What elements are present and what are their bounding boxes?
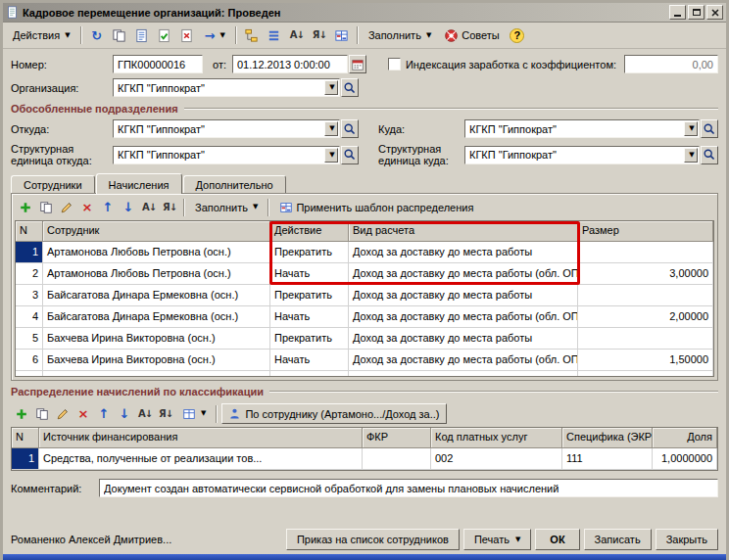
cell-calc-type[interactable]: Доход за доставку до места работы bbox=[349, 242, 578, 263]
table-row[interactable]: 3 Байсагатова Динара Ермековна (осн.) Пр… bbox=[16, 285, 713, 306]
copy-row-button[interactable] bbox=[36, 198, 56, 217]
tab-employees[interactable]: Сотрудники bbox=[11, 175, 95, 193]
unit-from-dropdown-button[interactable]: ▼ bbox=[324, 148, 338, 163]
actions-menu-button[interactable]: Действия ▼ bbox=[7, 24, 76, 46]
cell-amount[interactable] bbox=[578, 285, 713, 306]
sort-descending-button[interactable]: Я↓ bbox=[309, 24, 330, 46]
move-down-button[interactable]: ↓ bbox=[115, 404, 134, 424]
unpost-document-button[interactable] bbox=[176, 24, 198, 46]
tips-button[interactable]: Советы bbox=[438, 24, 505, 46]
unit-to-dropdown-button[interactable]: ▼ bbox=[684, 148, 698, 163]
list-settings-button[interactable] bbox=[264, 24, 285, 46]
cell-calc-type[interactable]: Доход за доставку до места работы (обл. … bbox=[349, 350, 578, 371]
cell-action[interactable]: Прекратить bbox=[270, 328, 349, 350]
help-button[interactable]: ? bbox=[507, 24, 528, 46]
by-employee-toggle-button[interactable]: По сотруднику (Артамоно.../Доход за..) bbox=[221, 403, 446, 424]
sort-ascending-button[interactable]: А↓ bbox=[139, 198, 159, 217]
move-up-button[interactable]: ↑ bbox=[94, 404, 114, 424]
move-down-button[interactable]: ↓ bbox=[119, 198, 138, 217]
cell-amount[interactable] bbox=[578, 328, 713, 350]
unit-to-lookup-button[interactable] bbox=[701, 146, 718, 164]
cell-n[interactable]: 6 bbox=[16, 350, 43, 371]
cell-n[interactable]: 1 bbox=[16, 242, 43, 263]
reread-button[interactable]: ↻ bbox=[86, 24, 108, 46]
from-lookup-button[interactable] bbox=[341, 119, 359, 138]
cell-calc-type[interactable]: Доход за доставку до места работы bbox=[349, 285, 578, 306]
delete-row-button[interactable]: × bbox=[77, 198, 97, 217]
go-to-menu-button[interactable]: → ▼ bbox=[199, 24, 231, 46]
cell-employee[interactable]: Бахчева Ирина Викторовна (осн.) bbox=[43, 328, 270, 350]
from-dropdown-button[interactable]: ▼ bbox=[324, 121, 338, 136]
sort-descending-button[interactable]: Я↓ bbox=[160, 198, 179, 217]
indexation-checkbox[interactable] bbox=[388, 58, 401, 70]
fill-menu-button[interactable]: Заполнить ▼ bbox=[363, 24, 437, 46]
cell-action[interactable]: Прекратить bbox=[270, 242, 349, 263]
close-button[interactable] bbox=[706, 5, 723, 20]
apply-template-button[interactable]: Применить шаблон распределения bbox=[273, 197, 479, 218]
organization-dropdown-button[interactable]: ▼ bbox=[324, 80, 338, 95]
cell-fkr[interactable] bbox=[363, 448, 431, 470]
cell-action[interactable]: Начать bbox=[270, 306, 349, 328]
subordination-structure-button[interactable] bbox=[241, 24, 263, 46]
copy-row-button[interactable] bbox=[32, 404, 52, 424]
cell-employee[interactable]: Артамонова Любовь Петровна (осн.) bbox=[43, 242, 270, 263]
cell-action[interactable]: Прекратить bbox=[270, 371, 349, 377]
edit-row-button[interactable] bbox=[57, 198, 76, 217]
cell-action[interactable]: Прекратить bbox=[270, 285, 349, 306]
unit-from-lookup-button[interactable] bbox=[341, 146, 359, 164]
cell-n[interactable]: 3 bbox=[16, 285, 43, 306]
ok-button[interactable]: ОК bbox=[535, 529, 579, 550]
add-row-button[interactable] bbox=[12, 404, 31, 424]
table-row[interactable]: 1 Артамонова Любовь Петровна (осн.) Прек… bbox=[16, 242, 713, 263]
minimize-button[interactable] bbox=[669, 5, 686, 20]
sort-descending-button[interactable]: Я↓ bbox=[156, 404, 175, 424]
table-row[interactable]: 2 Артамонова Любовь Петровна (осн.) Нача… bbox=[16, 263, 713, 285]
sort-ascending-button[interactable]: А↓ bbox=[286, 24, 308, 46]
tab-accruals[interactable]: Начисления bbox=[96, 173, 182, 194]
cell-action[interactable]: Начать bbox=[270, 263, 349, 285]
post-document-button[interactable] bbox=[154, 24, 175, 46]
cell-amount[interactable]: 2,00000 bbox=[578, 306, 713, 328]
cell-calc-type[interactable]: Доход за доставку до места работы (обл. … bbox=[349, 306, 578, 328]
cell-amount[interactable]: 1,50000 bbox=[578, 350, 713, 371]
accruals-fill-button[interactable]: Заполнить ▼ bbox=[189, 197, 264, 218]
cell-n[interactable]: 2 bbox=[16, 263, 43, 285]
cell-employee[interactable]: Мухамеджанова Бахыт Мукановна (осн.) bbox=[43, 371, 270, 377]
table-row[interactable]: 4 Байсагатова Динара Ермековна (осн.) На… bbox=[16, 306, 713, 328]
add-row-button[interactable] bbox=[16, 198, 35, 217]
cell-n[interactable]: 5 bbox=[16, 328, 43, 350]
view-settings-button[interactable]: ▼ bbox=[176, 403, 212, 425]
cell-amount[interactable] bbox=[578, 371, 713, 377]
cell-n[interactable]: 7 bbox=[16, 371, 43, 377]
organization-field[interactable]: КГКП "Гиппократ" ▼ bbox=[113, 78, 340, 97]
unit-from-field[interactable]: КГКП "Гиппократ" ▼ bbox=[113, 146, 340, 164]
cell-employee[interactable]: Артамонова Любовь Петровна (осн.) bbox=[43, 263, 270, 285]
accounting-records-button[interactable] bbox=[331, 24, 353, 46]
cell-n[interactable]: 4 bbox=[16, 306, 43, 328]
cell-paid-code[interactable]: 002 bbox=[431, 448, 562, 470]
from-field[interactable]: КГКП "Гиппократ" ▼ bbox=[113, 119, 340, 138]
cell-source[interactable]: Средства, полученные от реализации тов..… bbox=[39, 448, 363, 470]
to-lookup-button[interactable] bbox=[701, 119, 718, 138]
maximize-button[interactable] bbox=[688, 5, 705, 20]
cell-amount[interactable]: 3,00000 bbox=[578, 263, 713, 285]
tab-additional[interactable]: Дополнительно bbox=[183, 175, 286, 193]
print-menu-button[interactable]: Печать ▼ bbox=[463, 529, 531, 550]
close-window-button[interactable]: Закрыть bbox=[656, 529, 718, 550]
cell-specifics[interactable]: 111 bbox=[562, 448, 653, 470]
table-row[interactable]: 7 Мухамеджанова Бахыт Мукановна (осн.) П… bbox=[16, 371, 713, 377]
cell-action[interactable]: Начать bbox=[270, 350, 349, 371]
table-row[interactable]: 5 Бахчева Ирина Викторовна (осн.) Прекра… bbox=[16, 328, 713, 350]
table-row[interactable]: 6 Бахчева Ирина Викторовна (осн.) Начать… bbox=[16, 350, 713, 371]
cell-employee[interactable]: Бахчева Ирина Викторовна (осн.) bbox=[43, 350, 270, 371]
to-field[interactable]: КГКП "Гиппократ" ▼ bbox=[464, 119, 700, 138]
cell-n[interactable]: 1 bbox=[12, 448, 39, 470]
table-row[interactable]: 1 Средства, полученные от реализации тов… bbox=[12, 448, 717, 470]
save-button[interactable]: Записать bbox=[584, 529, 652, 550]
document-movements-button[interactable] bbox=[131, 24, 153, 46]
delete-row-button[interactable]: × bbox=[73, 404, 93, 424]
sort-ascending-button[interactable]: А↓ bbox=[135, 404, 155, 424]
cell-calc-type[interactable]: Доход за доставку до места работы bbox=[349, 371, 578, 377]
employee-list-order-button[interactable]: Приказ на список сотрудников bbox=[286, 529, 460, 550]
date-field[interactable]: 01.12.2013 0:00:00 bbox=[232, 55, 348, 73]
